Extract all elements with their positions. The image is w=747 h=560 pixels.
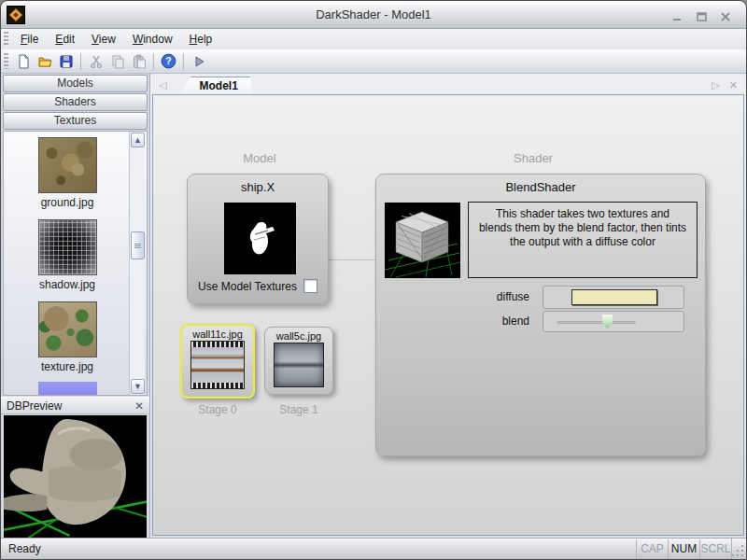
help-button[interactable]: ?	[158, 51, 179, 72]
texture-label: texture.jpg	[41, 360, 93, 373]
texture-label: ground.jpg	[41, 196, 94, 209]
new-button[interactable]	[12, 51, 34, 72]
app-window: DarkShader - Model1 File Edit View Windo…	[0, 0, 747, 560]
minimize-button[interactable]	[669, 8, 684, 21]
stage0-filename: wall11c.jpg	[192, 329, 243, 340]
db-preview-panel: DBPreview ✕	[1, 397, 149, 541]
texture-item-shadow[interactable]	[38, 219, 97, 275]
scrollbar-thumb[interactable]	[131, 231, 145, 259]
texture-item-texture[interactable]	[38, 301, 97, 357]
status-message: Ready	[1, 542, 636, 555]
close-button[interactable]	[718, 8, 733, 21]
stage0-texture-thumbnail	[190, 341, 245, 389]
model-node-title: ship.X	[188, 180, 328, 194]
new-file-icon	[16, 54, 31, 69]
db-preview-viewport[interactable]	[4, 415, 147, 539]
scroll-down-icon[interactable]: ▼	[131, 379, 145, 394]
main-area: ◁ Model1 ▷ ✕ Model Shader ship.X	[150, 74, 746, 538]
status-bar: Ready CAP NUM SCRL	[1, 538, 746, 559]
help-icon: ?	[161, 53, 176, 69]
tab-model1[interactable]: Model1	[178, 77, 252, 94]
save-floppy-icon	[59, 54, 74, 69]
window-title: DarkShader - Model1	[1, 7, 746, 21]
sidebar-panel-shaders[interactable]: Shaders	[3, 93, 148, 111]
svg-text:?: ?	[165, 55, 171, 66]
model-node[interactable]: ship.X Use Model Textures	[187, 174, 329, 304]
sidebar-panel-models[interactable]: Models	[3, 75, 148, 92]
menu-file[interactable]: File	[12, 30, 47, 49]
tab-bar: ◁ Model1 ▷ ✕	[150, 74, 746, 94]
db-preview-title: DBPreview	[7, 399, 134, 413]
texture-item-partial[interactable]	[38, 382, 97, 396]
diffuse-param-box	[543, 286, 684, 309]
blend-param-box: 0.72 ..	[543, 311, 684, 332]
shader-canvas[interactable]: Model Shader ship.X Us	[152, 94, 744, 536]
ship-preview-icon	[224, 203, 296, 274]
texture-item-ground[interactable]	[38, 137, 97, 193]
stage0-node[interactable]: wall11c.jpg	[180, 324, 255, 399]
sidebar: Models Shaders Textures ground.jpg shado…	[1, 74, 150, 538]
caps-lock-indicator: CAP	[636, 539, 668, 559]
tab-scroll-left-icon[interactable]: ◁	[154, 79, 171, 94]
db-preview-header[interactable]: DBPreview ✕	[1, 397, 149, 414]
shader-section-label: Shader	[482, 151, 585, 165]
cut-scissors-icon	[89, 54, 104, 69]
blend-slider-thumb[interactable]	[602, 315, 613, 329]
toolbar-separator	[153, 53, 154, 70]
stage1-filename: wall5c.jpg	[276, 330, 321, 342]
copy-icon	[110, 54, 125, 69]
toolbar-grip[interactable]	[4, 53, 8, 70]
shader-node[interactable]: BlendShader	[375, 174, 706, 456]
diffuse-color-button[interactable]	[571, 289, 657, 305]
maximize-button[interactable]	[694, 8, 709, 21]
save-button[interactable]	[55, 51, 77, 72]
menu-bar: File Edit View Window Help	[1, 29, 746, 49]
blend-label: blend	[455, 315, 529, 328]
open-folder-icon	[37, 54, 52, 69]
texture-scrollbar[interactable]: ▲ ▼	[129, 132, 145, 395]
paste-button[interactable]	[128, 51, 149, 72]
menu-window[interactable]: Window	[124, 30, 181, 49]
play-icon	[192, 55, 205, 68]
use-model-textures-label: Use Model Textures	[198, 280, 297, 293]
menu-help[interactable]: Help	[181, 30, 221, 49]
model-section-label: Model	[208, 151, 311, 165]
texture-list: ground.jpg shadow.jpg texture.jpg ▲ ▼	[3, 131, 148, 396]
blend-slider-track[interactable]	[557, 321, 636, 324]
toolbar-separator	[80, 53, 81, 70]
texture-label: shadow.jpg	[39, 278, 95, 291]
title-bar[interactable]: DarkShader - Model1	[1, 1, 746, 29]
tab-close-icon[interactable]: ✕	[725, 79, 742, 94]
scroll-lock-indicator: SCRL	[699, 539, 731, 559]
sidebar-panel-textures[interactable]: Textures	[3, 112, 148, 130]
paste-clipboard-icon	[132, 54, 147, 69]
menu-edit[interactable]: Edit	[47, 30, 83, 49]
tool-bar: ?	[1, 49, 746, 74]
open-button[interactable]	[34, 51, 55, 72]
shader-preview-thumbnail	[385, 203, 460, 278]
cube-preview-icon	[385, 203, 460, 278]
use-model-textures-checkbox[interactable]	[303, 279, 317, 293]
stage0-label: Stage 0	[180, 403, 255, 416]
cut-button[interactable]	[85, 51, 106, 72]
menubar-grip[interactable]	[4, 32, 8, 46]
close-icon[interactable]: ✕	[134, 399, 144, 413]
tab-scroll-right-icon[interactable]: ▷	[707, 79, 724, 94]
play-button[interactable]	[188, 51, 209, 72]
stage1-label: Stage 1	[264, 403, 333, 416]
num-lock-indicator: NUM	[668, 539, 699, 559]
node-connector-line	[327, 259, 375, 260]
stage1-node[interactable]: wall5c.jpg	[264, 327, 333, 395]
model-thumbnail	[224, 203, 296, 274]
shader-node-title: BlendShader	[376, 180, 705, 194]
scroll-up-icon[interactable]: ▲	[131, 133, 145, 147]
diffuse-label: diffuse	[455, 290, 529, 303]
shader-description: This shader takes two textures and blend…	[468, 202, 698, 278]
stage1-texture-thumbnail	[274, 343, 324, 387]
menu-view[interactable]: View	[83, 30, 124, 49]
toolbar-separator	[183, 53, 184, 70]
copy-button[interactable]	[106, 51, 128, 72]
resize-grip[interactable]	[731, 539, 746, 559]
preview-3d-scene	[4, 415, 147, 539]
